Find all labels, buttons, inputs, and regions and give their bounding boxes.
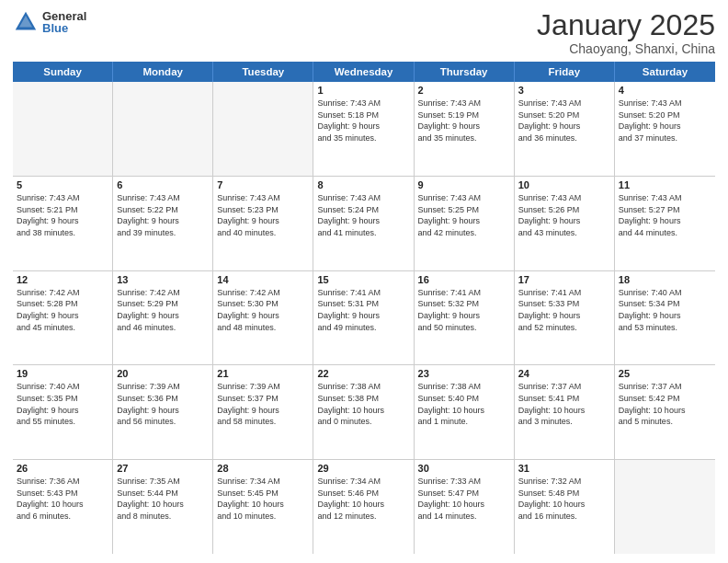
day-number: 3: [518, 85, 610, 96]
cell-content: Sunrise: 7:43 AM Sunset: 5:27 PM Dayligh…: [619, 192, 711, 238]
day-number: 24: [518, 368, 610, 379]
calendar-cell: 1Sunrise: 7:43 AM Sunset: 5:18 PM Daylig…: [313, 82, 414, 176]
calendar-cell: 7Sunrise: 7:43 AM Sunset: 5:23 PM Daylig…: [213, 177, 313, 270]
cell-content: Sunrise: 7:42 AM Sunset: 5:28 PM Dayligh…: [17, 287, 108, 333]
calendar-cell: 13Sunrise: 7:42 AM Sunset: 5:29 PM Dayli…: [113, 271, 213, 365]
calendar-cell: 12Sunrise: 7:42 AM Sunset: 5:28 PM Dayli…: [13, 271, 113, 365]
logo-icon: [13, 9, 39, 35]
cell-content: Sunrise: 7:43 AM Sunset: 5:26 PM Dayligh…: [518, 192, 610, 238]
cell-content: Sunrise: 7:38 AM Sunset: 5:40 PM Dayligh…: [418, 381, 510, 427]
calendar-cell: 16Sunrise: 7:41 AM Sunset: 5:32 PM Dayli…: [415, 271, 515, 365]
cell-content: Sunrise: 7:43 AM Sunset: 5:20 PM Dayligh…: [518, 98, 610, 144]
day-number: 11: [619, 179, 711, 190]
calendar-header-day: Wednesday: [313, 62, 414, 82]
calendar-header: SundayMondayTuesdayWednesdayThursdayFrid…: [13, 62, 715, 82]
calendar-row: 19Sunrise: 7:40 AM Sunset: 5:35 PM Dayli…: [13, 365, 715, 460]
day-number: 27: [117, 463, 209, 474]
logo: General Blue: [13, 9, 86, 35]
day-number: 18: [619, 274, 711, 285]
calendar-cell: 20Sunrise: 7:39 AM Sunset: 5:36 PM Dayli…: [113, 365, 213, 459]
calendar-row: 12Sunrise: 7:42 AM Sunset: 5:28 PM Dayli…: [13, 271, 715, 366]
calendar-cell: 18Sunrise: 7:40 AM Sunset: 5:34 PM Dayli…: [615, 271, 715, 365]
calendar-cell: [213, 82, 313, 176]
title-area: January 2025 Chaoyang, Shanxi, China: [537, 9, 715, 56]
page: General Blue January 2025 Chaoyang, Shan…: [0, 0, 728, 563]
day-number: 25: [619, 368, 711, 379]
cell-content: Sunrise: 7:37 AM Sunset: 5:42 PM Dayligh…: [619, 381, 711, 427]
cell-content: Sunrise: 7:41 AM Sunset: 5:31 PM Dayligh…: [317, 287, 409, 333]
calendar-cell: 28Sunrise: 7:34 AM Sunset: 5:45 PM Dayli…: [213, 460, 313, 554]
calendar-cell: 17Sunrise: 7:41 AM Sunset: 5:33 PM Dayli…: [515, 271, 615, 365]
calendar-cell: 6Sunrise: 7:43 AM Sunset: 5:22 PM Daylig…: [113, 177, 213, 270]
day-number: 21: [217, 368, 309, 379]
calendar-header-day: Tuesday: [213, 62, 313, 82]
day-number: 29: [317, 463, 409, 474]
cell-content: Sunrise: 7:37 AM Sunset: 5:41 PM Dayligh…: [518, 381, 610, 427]
calendar-cell: 19Sunrise: 7:40 AM Sunset: 5:35 PM Dayli…: [13, 365, 113, 459]
calendar-cell: 26Sunrise: 7:36 AM Sunset: 5:43 PM Dayli…: [13, 460, 113, 554]
day-number: 12: [17, 274, 108, 285]
cell-content: Sunrise: 7:34 AM Sunset: 5:46 PM Dayligh…: [317, 476, 409, 522]
calendar-row: 26Sunrise: 7:36 AM Sunset: 5:43 PM Dayli…: [13, 460, 715, 554]
cell-content: Sunrise: 7:34 AM Sunset: 5:45 PM Dayligh…: [217, 476, 309, 522]
calendar-cell: 22Sunrise: 7:38 AM Sunset: 5:38 PM Dayli…: [313, 365, 414, 459]
cell-content: Sunrise: 7:41 AM Sunset: 5:32 PM Dayligh…: [418, 287, 510, 333]
day-number: 7: [217, 179, 309, 190]
cell-content: Sunrise: 7:43 AM Sunset: 5:20 PM Dayligh…: [619, 98, 711, 144]
calendar-cell: 2Sunrise: 7:43 AM Sunset: 5:19 PM Daylig…: [415, 82, 515, 176]
day-number: 26: [17, 463, 108, 474]
calendar-cell: 14Sunrise: 7:42 AM Sunset: 5:30 PM Dayli…: [213, 271, 313, 365]
calendar-cell: 8Sunrise: 7:43 AM Sunset: 5:24 PM Daylig…: [313, 177, 414, 270]
day-number: 22: [317, 368, 409, 379]
day-number: 10: [518, 179, 610, 190]
cell-content: Sunrise: 7:33 AM Sunset: 5:47 PM Dayligh…: [418, 476, 510, 522]
header: General Blue January 2025 Chaoyang, Shan…: [13, 9, 715, 56]
cell-content: Sunrise: 7:40 AM Sunset: 5:35 PM Dayligh…: [17, 381, 108, 427]
day-number: 5: [17, 179, 108, 190]
cell-content: Sunrise: 7:43 AM Sunset: 5:24 PM Dayligh…: [317, 192, 409, 238]
calendar-row: 5Sunrise: 7:43 AM Sunset: 5:21 PM Daylig…: [13, 177, 715, 271]
cell-content: Sunrise: 7:39 AM Sunset: 5:36 PM Dayligh…: [117, 381, 209, 427]
calendar-cell: 3Sunrise: 7:43 AM Sunset: 5:20 PM Daylig…: [515, 82, 615, 176]
cell-content: Sunrise: 7:38 AM Sunset: 5:38 PM Dayligh…: [317, 381, 409, 427]
calendar-cell: [113, 82, 213, 176]
cell-content: Sunrise: 7:41 AM Sunset: 5:33 PM Dayligh…: [518, 287, 610, 333]
calendar-cell: 27Sunrise: 7:35 AM Sunset: 5:44 PM Dayli…: [113, 460, 213, 554]
calendar: SundayMondayTuesdayWednesdayThursdayFrid…: [13, 62, 715, 554]
calendar-cell: 9Sunrise: 7:43 AM Sunset: 5:25 PM Daylig…: [415, 177, 515, 270]
location: Chaoyang, Shanxi, China: [537, 41, 715, 56]
day-number: 16: [418, 274, 510, 285]
month-title: January 2025: [537, 9, 715, 41]
day-number: 20: [117, 368, 209, 379]
calendar-cell: 5Sunrise: 7:43 AM Sunset: 5:21 PM Daylig…: [13, 177, 113, 270]
logo-text: General Blue: [42, 10, 86, 34]
calendar-body: 1Sunrise: 7:43 AM Sunset: 5:18 PM Daylig…: [13, 82, 715, 554]
cell-content: Sunrise: 7:42 AM Sunset: 5:29 PM Dayligh…: [117, 287, 209, 333]
day-number: 19: [17, 368, 108, 379]
day-number: 28: [217, 463, 309, 474]
cell-content: Sunrise: 7:43 AM Sunset: 5:22 PM Dayligh…: [117, 192, 209, 238]
cell-content: Sunrise: 7:35 AM Sunset: 5:44 PM Dayligh…: [117, 476, 209, 522]
cell-content: Sunrise: 7:32 AM Sunset: 5:48 PM Dayligh…: [518, 476, 610, 522]
day-number: 1: [317, 85, 409, 96]
day-number: 4: [619, 85, 711, 96]
cell-content: Sunrise: 7:43 AM Sunset: 5:19 PM Dayligh…: [418, 98, 510, 144]
day-number: 15: [317, 274, 409, 285]
calendar-cell: 23Sunrise: 7:38 AM Sunset: 5:40 PM Dayli…: [415, 365, 515, 459]
calendar-cell: 21Sunrise: 7:39 AM Sunset: 5:37 PM Dayli…: [213, 365, 313, 459]
day-number: 2: [418, 85, 510, 96]
calendar-header-day: Saturday: [615, 62, 715, 82]
day-number: 17: [518, 274, 610, 285]
calendar-cell: 11Sunrise: 7:43 AM Sunset: 5:27 PM Dayli…: [615, 177, 715, 270]
calendar-cell: 29Sunrise: 7:34 AM Sunset: 5:46 PM Dayli…: [313, 460, 414, 554]
day-number: 13: [117, 274, 209, 285]
calendar-cell: 30Sunrise: 7:33 AM Sunset: 5:47 PM Dayli…: [415, 460, 515, 554]
calendar-header-day: Monday: [113, 62, 213, 82]
calendar-header-day: Friday: [515, 62, 615, 82]
cell-content: Sunrise: 7:42 AM Sunset: 5:30 PM Dayligh…: [217, 287, 309, 333]
calendar-cell: 24Sunrise: 7:37 AM Sunset: 5:41 PM Dayli…: [515, 365, 615, 459]
calendar-cell: [615, 460, 715, 554]
calendar-cell: 31Sunrise: 7:32 AM Sunset: 5:48 PM Dayli…: [515, 460, 615, 554]
calendar-cell: [13, 82, 113, 176]
calendar-header-day: Sunday: [13, 62, 113, 82]
